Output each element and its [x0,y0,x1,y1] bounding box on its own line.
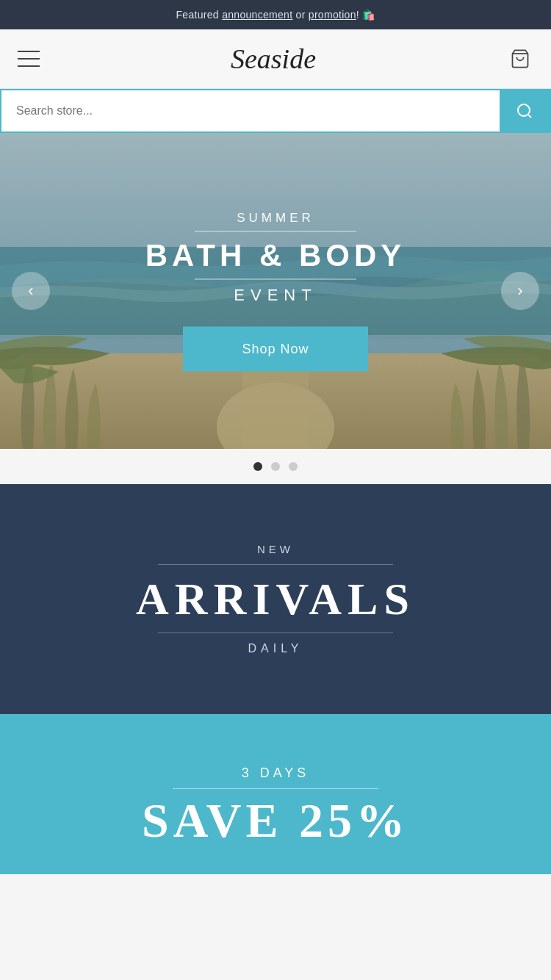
search-button[interactable] [500,90,550,131]
hero-title: BATH & BODY [0,238,551,273]
cart-button[interactable] [507,46,533,72]
announcement-link1[interactable]: announcement [222,9,292,21]
slider-dot-1[interactable] [253,462,262,471]
hamburger-menu-button[interactable] [18,51,40,67]
arrivals-label-bottom: DAILY [29,642,522,655]
svg-point-1 [518,104,530,116]
new-arrivals-section: NEW ARRIVALS DAILY [0,484,551,714]
save-divider [173,788,378,789]
announcement-text-after: ! 🛍️ [356,9,375,21]
slider-next-button[interactable]: › [501,272,539,310]
hero-divider-top [195,231,356,232]
announcement-link2[interactable]: promotion [309,9,356,21]
slider-dot-2[interactable] [271,462,280,471]
arrivals-divider-top [158,564,393,565]
announcement-text-middle: or [292,9,308,21]
hero-subtitle: SUMMER [0,211,551,226]
slider-dot-3[interactable] [289,462,298,471]
site-logo[interactable]: Seaside [40,43,507,75]
announcement-text-before: Featured [176,9,223,21]
arrivals-title: ARRIVALS [29,574,522,624]
hero-event-label: EVENT [0,286,551,305]
hero-content: SUMMER BATH & BODY EVENT Shop Now [0,211,551,372]
announcement-bar: Featured announcement or promotion! 🛍️ [0,0,551,29]
save-days-label: 3 DAYS [29,765,522,781]
hamburger-line-2 [18,58,40,60]
cart-icon [510,48,530,69]
hero-divider-bottom [195,279,356,280]
search-bar [0,89,551,133]
shop-now-button[interactable]: Shop Now [183,327,367,372]
hero-slider: SUMMER BATH & BODY EVENT Shop Now ‹ › [0,133,551,449]
save-title: SAVE 25% [29,796,522,845]
arrivals-label-top: NEW [29,543,522,555]
header: Seaside [0,29,551,89]
hamburger-line-3 [18,65,40,67]
search-input[interactable] [1,93,500,129]
slider-dots [0,449,551,484]
search-icon [516,102,533,120]
save-section: 3 DAYS SAVE 25% [0,714,551,874]
slider-prev-button[interactable]: ‹ [12,272,50,310]
hamburger-line-1 [18,51,40,52]
arrivals-divider-bottom [158,633,393,633]
